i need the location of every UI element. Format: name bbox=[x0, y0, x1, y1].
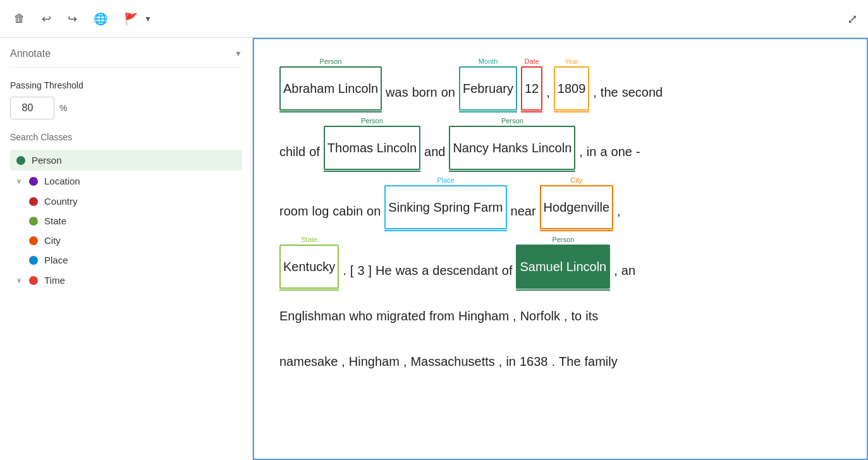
annotation-abraham-lincoln[interactable]: Person Abraham Lincoln bbox=[279, 58, 382, 112]
word-comma9: , bbox=[403, 341, 407, 382]
annotation-kentucky[interactable]: State Kentucky bbox=[279, 236, 339, 291]
kentucky-underline bbox=[279, 289, 339, 291]
nancy-hanks-underline bbox=[449, 171, 575, 172]
word-comma5: , bbox=[614, 250, 618, 291]
word-bracket-open: [ bbox=[350, 250, 354, 291]
annotation-sinking-spring[interactable]: Place Sinking Spring Farm bbox=[384, 177, 506, 231]
word-an: an bbox=[621, 250, 635, 291]
state-label: State bbox=[44, 215, 66, 226]
word-cabin: cabin bbox=[333, 191, 363, 231]
word-a2: a bbox=[422, 250, 429, 291]
sidebar-item-person[interactable]: Person bbox=[10, 150, 242, 171]
main-layout: Annotate ▼ Passing Threshold % Search Cl… bbox=[0, 38, 868, 460]
toolbar-left: 🗑 ↩ ↪ 🌐 🚩 ▼ bbox=[10, 9, 153, 28]
thomas-lincoln-underline bbox=[324, 171, 420, 172]
sinking-spring-box[interactable]: Sinking Spring Farm bbox=[384, 185, 506, 229]
abraham-lincoln-box[interactable]: Abraham Lincoln bbox=[279, 66, 382, 111]
text-body: Person Abraham Lincoln was born on Month… bbox=[279, 58, 841, 382]
annotate-title: Annotate bbox=[10, 48, 51, 59]
samuel-lincoln-underline bbox=[516, 289, 610, 291]
word-near: near bbox=[511, 191, 536, 231]
word-family: family bbox=[585, 341, 618, 382]
year-1809-box[interactable]: 1809 bbox=[554, 66, 590, 111]
annotation-1809[interactable]: Year 1809 bbox=[554, 58, 590, 112]
thomas-lincoln-box[interactable]: Thomas Lincoln bbox=[324, 126, 420, 170]
undo-button[interactable]: ↩ bbox=[38, 9, 55, 28]
redo-button[interactable]: ↪ bbox=[64, 9, 81, 28]
sidebar-item-time[interactable]: ∨ Time bbox=[10, 270, 242, 291]
samuel-lincoln-box[interactable]: Samuel Lincoln bbox=[516, 245, 610, 289]
word-comma1: , bbox=[546, 72, 550, 112]
city-label: City bbox=[44, 235, 61, 246]
threshold-input-row: % bbox=[10, 97, 242, 119]
location-label: Location bbox=[44, 176, 80, 186]
word-who: who bbox=[350, 296, 373, 336]
delete-button[interactable]: 🗑 bbox=[10, 9, 29, 28]
annotate-chevron-icon[interactable]: ▼ bbox=[235, 49, 242, 58]
word-of1: of bbox=[309, 131, 320, 172]
person-label-2: Person bbox=[361, 118, 383, 124]
threshold-input[interactable] bbox=[10, 97, 54, 119]
sidebar-item-country[interactable]: Country bbox=[23, 191, 242, 211]
word-3: 3 bbox=[357, 250, 364, 291]
expand-button[interactable]: ⤢ bbox=[847, 11, 858, 27]
word-comma2: , bbox=[593, 72, 597, 112]
word-comma3: , bbox=[579, 131, 583, 172]
word-child: child bbox=[279, 131, 305, 172]
word-was2: was bbox=[396, 250, 419, 291]
february-underline bbox=[459, 111, 517, 112]
sidebar-item-city[interactable]: City bbox=[23, 231, 242, 250]
person-label-3: Person bbox=[501, 118, 523, 124]
date-12-box[interactable]: 12 bbox=[521, 66, 542, 111]
flag-dropdown-button[interactable]: ▼ bbox=[143, 12, 153, 26]
city-dot-icon bbox=[29, 236, 38, 245]
person-label-4: Person bbox=[552, 236, 574, 243]
sidebar-item-place[interactable]: Place bbox=[23, 250, 242, 270]
flag-button[interactable]: 🚩 bbox=[120, 9, 142, 28]
word-hingham2: Hingham bbox=[349, 341, 400, 382]
word-comma10: , bbox=[499, 341, 503, 382]
location-chevron-icon: ∨ bbox=[16, 177, 21, 185]
word-descendant: descendant bbox=[432, 250, 498, 291]
annotation-nancy-hanks[interactable]: Person Nancy Hanks Lincoln bbox=[449, 118, 575, 172]
year-1809-underline bbox=[554, 111, 590, 112]
word-comma8: , bbox=[341, 341, 345, 382]
sidebar-item-state[interactable]: State bbox=[23, 211, 242, 231]
annotation-thomas-lincoln[interactable]: Person Thomas Lincoln bbox=[324, 118, 420, 172]
nancy-hanks-box[interactable]: Nancy Hanks Lincoln bbox=[449, 126, 575, 170]
text-line-6: namesake , Hingham , Massachusetts , in … bbox=[279, 341, 841, 382]
globe-button[interactable]: 🌐 bbox=[90, 9, 111, 28]
text-line-1: Person Abraham Lincoln was born on Month… bbox=[279, 58, 841, 112]
person-label: Person bbox=[32, 155, 62, 166]
search-classes-label: Search Classes bbox=[10, 132, 242, 142]
hodgenville-box[interactable]: Hodgenville bbox=[540, 185, 614, 229]
word-period1: . bbox=[343, 250, 346, 291]
abraham-lincoln-underline bbox=[279, 111, 382, 112]
place-label: Place bbox=[437, 177, 455, 184]
word-second: second bbox=[622, 72, 663, 112]
date-12-underline bbox=[521, 111, 542, 112]
word-in2: in bbox=[506, 341, 516, 382]
annotate-header: Annotate ▼ bbox=[10, 48, 242, 68]
class-list: Person ∨ Location Country State bbox=[10, 150, 242, 291]
sidebar-item-location[interactable]: ∨ Location bbox=[10, 171, 242, 191]
annotation-hodgenville[interactable]: City Hodgenville bbox=[540, 177, 614, 231]
kentucky-box[interactable]: Kentucky bbox=[279, 245, 339, 289]
annotation-february[interactable]: Month February bbox=[459, 58, 517, 112]
word-room: room bbox=[279, 191, 309, 231]
annotation-samuel-lincoln[interactable]: Person Samuel Lincoln bbox=[516, 236, 610, 291]
word-comma4: , bbox=[617, 191, 621, 231]
threshold-pct: % bbox=[59, 103, 67, 113]
person-label-1: Person bbox=[320, 58, 342, 65]
february-box[interactable]: February bbox=[459, 66, 517, 111]
text-line-2: child of Person Thomas Lincoln and Perso… bbox=[279, 118, 841, 172]
annotation-12[interactable]: Date 12 bbox=[521, 58, 542, 112]
time-label: Time bbox=[44, 275, 65, 286]
sidebar: Annotate ▼ Passing Threshold % Search Cl… bbox=[0, 38, 253, 460]
word-on2: on bbox=[367, 191, 381, 231]
word-a: a bbox=[600, 131, 607, 172]
word-from: from bbox=[429, 296, 455, 336]
content-area: Person Abraham Lincoln was born on Month… bbox=[253, 38, 868, 460]
time-dot-icon bbox=[29, 276, 38, 285]
flag-group: 🚩 ▼ bbox=[120, 9, 153, 28]
